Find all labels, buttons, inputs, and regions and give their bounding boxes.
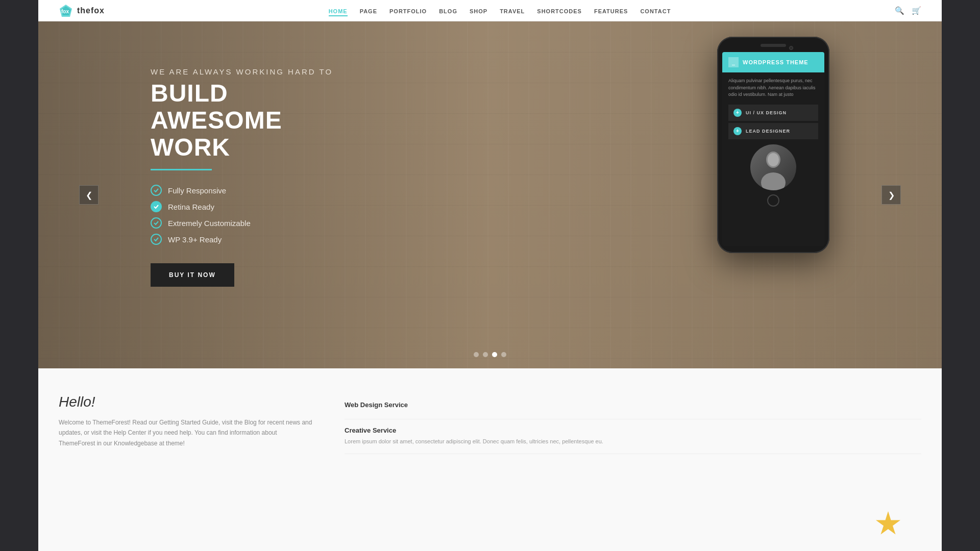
logo-icon: fox	[59, 4, 73, 18]
phone-menu-label-1: UI / UX DESIGN	[746, 110, 787, 115]
below-description: Welcome to ThemeForest! Read our Getting…	[59, 417, 314, 448]
slider-next-button[interactable]: ❯	[881, 185, 901, 205]
hero-features-list: Fully Responsive Retina Ready Extremely …	[151, 185, 355, 245]
search-icon[interactable]: 🔍	[895, 6, 904, 15]
service-title-2: Creative Service	[345, 427, 921, 434]
service-title-1: Web Design Service	[345, 401, 921, 409]
navbar: fox thefox HOME PAGE PORTFOLIO BLOG SHOP…	[38, 0, 942, 21]
phone-mockup: ⎯ WORDPRESS THEME Aliquam pulvinar pelle…	[717, 37, 840, 253]
phone-description: Aliquam pulvinar pellentesque purus, nec…	[728, 78, 818, 98]
slider-dot-2[interactable]	[483, 352, 488, 357]
svg-point-5	[768, 153, 779, 166]
phone-header-icon: ⎯	[728, 57, 739, 67]
star-icon	[875, 511, 901, 537]
logo-text: thefox	[77, 6, 105, 15]
phone-camera	[789, 46, 793, 50]
slider-dot-1[interactable]	[474, 352, 479, 357]
feature-item-2: Retina Ready	[151, 201, 355, 212]
hero-title: BUILD AWESOME WORK	[151, 80, 355, 161]
check-icon-4	[151, 234, 162, 245]
check-icon-2	[151, 201, 162, 212]
hero-divider	[151, 169, 212, 170]
nav-item-home[interactable]: HOME	[329, 6, 348, 15]
hero-section: ❮ WE ARE ALWAYS WORKING HARD TO BUILD AW…	[38, 21, 942, 368]
phone-screen: ⎯ WORDPRESS THEME Aliquam pulvinar pelle…	[722, 52, 824, 246]
check-icon-3	[151, 217, 162, 229]
phone-screen-header: ⎯ WORDPRESS THEME	[722, 52, 824, 72]
service-desc-2: Lorem ipsum dolor sit amet, consectetur …	[345, 437, 921, 446]
buy-now-button[interactable]: BUY IT NOW	[151, 263, 234, 287]
feature-item-4: WP 3.9+ Ready	[151, 234, 355, 245]
phone-speaker	[761, 44, 786, 47]
phone-menu-icon-2: +	[733, 127, 742, 135]
phone-menu-item-2: + LEAD DESIGNER	[728, 123, 818, 139]
chevron-left-icon: ❮	[86, 190, 92, 200]
star-decoration	[875, 511, 901, 537]
chevron-right-icon: ❯	[888, 190, 895, 200]
nav-item-blog[interactable]: BLOG	[439, 6, 457, 15]
feature-item-1: Fully Responsive	[151, 185, 355, 196]
nav-item-portfolio[interactable]: PORTFOLIO	[389, 6, 427, 15]
cart-icon[interactable]: 🛒	[912, 6, 921, 15]
nav-item-features[interactable]: FEATURES	[594, 6, 628, 15]
hero-subtitle: WE ARE ALWAYS WORKING HARD TO	[151, 67, 355, 76]
below-left-content: Hello! Welcome to ThemeForest! Read our …	[59, 394, 314, 542]
svg-point-4	[761, 172, 786, 190]
service-item-2: Creative Service Lorem ipsum dolor sit a…	[345, 419, 921, 454]
service-item-1: Web Design Service	[345, 394, 921, 419]
phone-menu-item-1: + UI / UX DESIGN	[728, 105, 818, 121]
slider-dot-4[interactable]	[501, 352, 506, 357]
nav-item-contact[interactable]: CONTACT	[640, 6, 671, 15]
logo[interactable]: fox thefox	[59, 4, 105, 18]
nav-item-shortcodes[interactable]: SHORTCODES	[537, 6, 582, 15]
phone-outer: ⎯ WORDPRESS THEME Aliquam pulvinar pelle…	[717, 37, 829, 253]
below-right-content: Web Design Service Creative Service Lore…	[345, 394, 921, 542]
phone-avatar-circle	[750, 144, 796, 190]
nav-menu: HOME PAGE PORTFOLIO BLOG SHOP TRAVEL SHO…	[329, 6, 671, 15]
phone-avatar	[728, 144, 818, 207]
hero-content: WE ARE ALWAYS WORKING HARD TO BUILD AWES…	[38, 21, 355, 287]
phone-screen-body: Aliquam pulvinar pellentesque purus, nec…	[722, 72, 824, 212]
slider-prev-button[interactable]: ❮	[79, 185, 99, 205]
svg-text:fox: fox	[61, 9, 69, 14]
check-icon-1	[151, 185, 162, 196]
phone-menu-icon-1: +	[733, 109, 742, 117]
feature-item-3: Extremely Customizable	[151, 217, 355, 229]
navbar-icons: 🔍 🛒	[895, 6, 921, 15]
nav-item-travel[interactable]: TRAVEL	[500, 6, 525, 15]
nav-item-page[interactable]: PAGE	[360, 6, 377, 15]
phone-menu-label-2: LEAD DESIGNER	[746, 129, 790, 134]
slider-dots	[474, 352, 506, 357]
below-fold-section: Hello! Welcome to ThemeForest! Read our …	[38, 368, 942, 551]
slider-dot-3[interactable]	[492, 352, 497, 357]
phone-home-button	[767, 194, 779, 207]
hello-heading: Hello!	[59, 394, 314, 410]
phone-header-label: WORDPRESS THEME	[743, 59, 808, 65]
nav-item-shop[interactable]: SHOP	[470, 6, 487, 15]
